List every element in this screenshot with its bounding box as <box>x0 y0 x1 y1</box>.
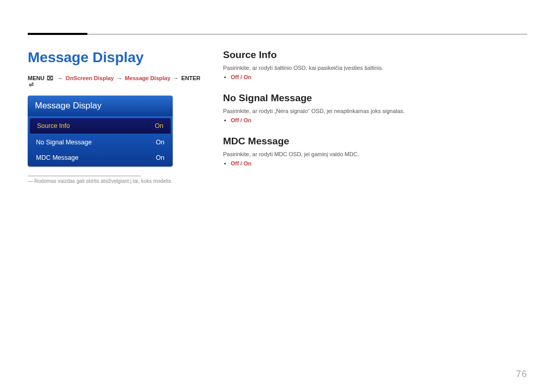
section-source-info: Source Info Pasirinkite, ar rodyti šalti… <box>223 49 527 80</box>
section-heading: MDC Message <box>223 136 527 147</box>
section-desc: Pasirinkite, ar rodyti „Nėra signalo“ OS… <box>223 108 527 114</box>
page: Message Display MENU ⌧ → OnScreen Displa… <box>0 0 555 392</box>
section-heading: Source Info <box>223 49 527 61</box>
page-title: Message Display <box>28 49 202 66</box>
menu-icon: ⌧ <box>46 75 54 81</box>
breadcrumb-arrow: → <box>172 75 180 81</box>
bullet-icon: • <box>223 74 229 80</box>
options-text: Off / On <box>231 74 251 80</box>
options-text: Off / On <box>231 117 251 123</box>
page-number: 76 <box>516 369 527 380</box>
bullet-icon: • <box>223 117 229 123</box>
osd-row-label: Source Info <box>37 122 70 129</box>
breadcrumb-arrow: → <box>116 75 123 81</box>
osd-row-value: On <box>156 154 164 161</box>
breadcrumb-seg-2: Message Display <box>125 75 171 81</box>
osd-panel-title: Message Display <box>28 96 173 116</box>
breadcrumb-arrow: → <box>57 75 64 81</box>
osd-panel-body: Source Info On No Signal Message On MDC … <box>28 116 173 166</box>
osd-row-value: On <box>155 122 163 129</box>
breadcrumb-enter-label: ENTER <box>181 75 200 81</box>
enter-icon: ⏎ <box>28 82 34 88</box>
osd-row-label: No Signal Message <box>36 139 91 146</box>
bullet-icon: • <box>223 160 229 166</box>
section-options: • Off / On <box>223 74 527 80</box>
section-no-signal: No Signal Message Pasirinkite, ar rodyti… <box>223 92 527 123</box>
osd-row-no-signal[interactable]: No Signal Message On <box>29 135 172 150</box>
options-text: Off / On <box>231 160 251 166</box>
header-rule <box>28 34 527 34</box>
section-heading: No Signal Message <box>223 92 527 104</box>
left-column: Message Display MENU ⌧ → OnScreen Displa… <box>28 49 202 184</box>
osd-panel: Message Display Source Info On No Signal… <box>28 96 173 166</box>
osd-row-mdc[interactable]: MDC Message On <box>29 150 172 165</box>
breadcrumb-menu-label: MENU <box>28 75 44 81</box>
section-desc: Pasirinkite, ar rodyti MDC OSD, jei gami… <box>223 151 527 157</box>
section-options: • Off / On <box>223 117 527 123</box>
section-mdc: MDC Message Pasirinkite, ar rodyti MDC O… <box>223 136 527 166</box>
footnote-rule <box>28 176 141 176</box>
section-desc: Pasirinkite, ar rodyti šaltinio OSD, kai… <box>223 65 527 71</box>
header-accent <box>28 33 87 35</box>
breadcrumb-seg-1: OnScreen Display <box>66 75 114 81</box>
section-options: • Off / On <box>223 160 527 166</box>
right-column: Source Info Pasirinkite, ar rodyti šalti… <box>223 49 527 184</box>
content-columns: Message Display MENU ⌧ → OnScreen Displa… <box>28 49 527 184</box>
breadcrumb: MENU ⌧ → OnScreen Display → Message Disp… <box>28 75 202 88</box>
osd-row-label: MDC Message <box>36 154 79 161</box>
footnote-text: Rodomas vaizdas gali skirtis atsižvelgia… <box>28 178 202 184</box>
osd-row-source-info[interactable]: Source Info On <box>30 118 171 134</box>
osd-row-value: On <box>156 139 164 146</box>
